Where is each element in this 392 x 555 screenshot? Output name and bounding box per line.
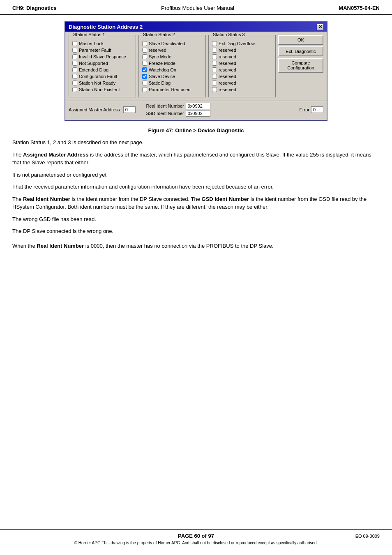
station2-checkbox-3[interactable]: [142, 61, 147, 66]
station-status-2-group: Station Status 2 Slave Deactivated reser…: [138, 35, 206, 97]
station2-item-4[interactable]: Watchdog On: [142, 67, 202, 72]
dialog-bottom-row: Assigned Master Address 0 Real Ident Num…: [65, 101, 327, 120]
station2-legend: Station Status 2: [142, 32, 176, 37]
page-header: CH9: Diagnostics Profibus Modules User M…: [0, 0, 392, 15]
station3-legend: Station Status 3: [212, 32, 246, 37]
assigned-master-value: 0: [123, 106, 136, 113]
station1-checkbox-1[interactable]: [72, 48, 77, 53]
station1-item-1[interactable]: Parameter Fault: [72, 48, 132, 53]
station1-checkbox-4[interactable]: [72, 67, 77, 72]
station2-checkbox-4[interactable]: [142, 67, 147, 72]
header-chapter: CH9: Diagnostics: [12, 5, 57, 11]
gsd-ident-label: GSD Ident Number: [139, 111, 184, 116]
station2-checkbox-0[interactable]: [142, 41, 147, 46]
station3-checkbox-2[interactable]: [212, 54, 217, 59]
station3-checkbox-4[interactable]: [212, 67, 217, 72]
station3-checkbox-7[interactable]: [212, 87, 217, 92]
ident-block: Real Ident Number 0x0902 GSD Ident Numbe…: [139, 103, 296, 117]
page-footer: PAGE 60 of 97 EO 09-0009 © Horner APG.Th…: [0, 529, 392, 547]
real-ident-label: Real Ident Number: [139, 104, 184, 108]
error-block: Error 0: [300, 106, 323, 113]
compare-configuration-button[interactable]: Compare Configuration: [278, 58, 323, 73]
station2-checkbox-7[interactable]: [142, 87, 147, 92]
body-para-5: The Real Ident Number is the ident numbe…: [12, 195, 380, 211]
station1-item-0[interactable]: Master Lock: [72, 41, 132, 46]
footer-page: PAGE 60 of 97: [45, 533, 347, 539]
real-ident-row: Real Ident Number 0x0902: [139, 103, 296, 109]
error-value: 0: [311, 106, 323, 113]
station1-checkbox-2[interactable]: [72, 54, 77, 59]
dialog-titlebar: Diagnostic Station Address 2 ✕: [65, 22, 327, 32]
station3-checkbox-1[interactable]: [212, 48, 217, 53]
station3-item-5[interactable]: reserved: [212, 74, 272, 79]
station2-item-2[interactable]: Sync Mode: [142, 54, 202, 59]
station2-item-7[interactable]: Parameter Req used: [142, 87, 202, 92]
station3-item-7[interactable]: reserved: [212, 87, 272, 92]
dialog-title: Diagnostic Station Address 2: [69, 24, 143, 30]
station3-item-2[interactable]: reserved: [212, 54, 272, 59]
header-title: Profibus Modules User Manual: [161, 5, 234, 11]
body-para-2: The Assigned Master Address is the addre…: [12, 151, 380, 167]
body-para-6: The wrong GSD file has been read.: [12, 215, 380, 223]
station1-item-2[interactable]: Invalid Slave Response: [72, 54, 132, 59]
station2-item-0[interactable]: Slave Deactivated: [142, 41, 202, 46]
station3-checkbox-0[interactable]: [212, 41, 217, 46]
station2-item-3[interactable]: Freeze Mode: [142, 61, 202, 66]
station1-item-5[interactable]: Configuration Fault: [72, 74, 132, 79]
station-status-1-group: Station Status 1 Master Lock Parameter F…: [69, 35, 136, 97]
diagnostic-dialog: Diagnostic Station Address 2 ✕ Station S…: [65, 21, 327, 121]
station2-item-6[interactable]: Static Diag: [142, 81, 202, 85]
station1-item-4[interactable]: Extended Diag: [72, 67, 132, 72]
ext-diagnostic-button[interactable]: Ext. Diagnostic: [278, 46, 323, 56]
real-ident-value: 0x0902: [186, 103, 210, 109]
station1-checkbox-5[interactable]: [72, 74, 77, 79]
station1-item-3[interactable]: Not Supported: [72, 61, 132, 66]
station1-checkbox-3[interactable]: [72, 61, 77, 66]
station3-item-0[interactable]: Ext Diag Overflow: [212, 41, 272, 46]
station3-checkbox-5[interactable]: [212, 74, 217, 79]
station2-item-1[interactable]: reserved: [142, 48, 202, 53]
station3-item-1[interactable]: reserved: [212, 48, 272, 53]
station3-item-3[interactable]: reserved: [212, 61, 272, 66]
station2-checkbox-2[interactable]: [142, 54, 147, 59]
footer-main-row: PAGE 60 of 97 EO 09-0009: [12, 533, 380, 539]
station2-item-5[interactable]: Slave Device: [142, 74, 202, 79]
station1-legend: Station Status 1: [72, 32, 106, 37]
station3-checkbox-6[interactable]: [212, 81, 217, 85]
station1-checkbox-0[interactable]: [72, 41, 77, 46]
page-content: Diagnostic Station Address 2 ✕ Station S…: [0, 21, 392, 250]
error-label: Error: [300, 107, 309, 112]
gsd-ident-row: GSD Ident Number 0x0902: [139, 110, 296, 117]
station3-item-6[interactable]: reserved: [212, 81, 272, 85]
body-para-7: The DP Slave connected is the wrong one.: [12, 227, 380, 235]
station1-checkbox-7[interactable]: [72, 87, 77, 92]
body-para-1: Station Status 1, 2 and 3 is described o…: [12, 138, 380, 147]
dialog-buttons-column: OK Ext. Diagnostic Compare Configuration: [278, 35, 323, 97]
station3-item-4[interactable]: reserved: [212, 67, 272, 72]
footer-code: EO 09-0009: [347, 534, 380, 539]
station-status-3-group: Station Status 3 Ext Diag Overflow reser…: [208, 35, 276, 97]
gsd-ident-value: 0x0902: [186, 110, 210, 117]
station2-checkbox-1[interactable]: [142, 48, 147, 53]
header-manual-code: MAN0575-04-EN: [339, 5, 380, 11]
dialog-close-button[interactable]: ✕: [317, 24, 323, 30]
station2-checkbox-6[interactable]: [142, 81, 147, 85]
assigned-master-label: Assigned Master Address: [69, 107, 120, 112]
body-para-4: That the received parameter information …: [12, 183, 380, 191]
figure-caption: Figure 47: Online > Device Diagnostic: [12, 127, 380, 134]
ok-button[interactable]: OK: [278, 35, 323, 45]
station1-item-7[interactable]: Station Non Existent: [72, 87, 132, 92]
footer-copyright: © Horner APG.This drawing is the propert…: [12, 541, 380, 545]
body-para-3: It is not parameterised or configured ye…: [12, 171, 380, 179]
station1-checkbox-6[interactable]: [72, 81, 77, 85]
station2-checkbox-5[interactable]: [142, 74, 147, 79]
station1-item-6[interactable]: Station Not Ready: [72, 81, 132, 85]
station3-checkbox-3[interactable]: [212, 61, 217, 66]
dialog-body: Station Status 1 Master Lock Parameter F…: [65, 32, 327, 101]
body-para-8: When the Real Ident Number is 0000, then…: [12, 242, 380, 250]
